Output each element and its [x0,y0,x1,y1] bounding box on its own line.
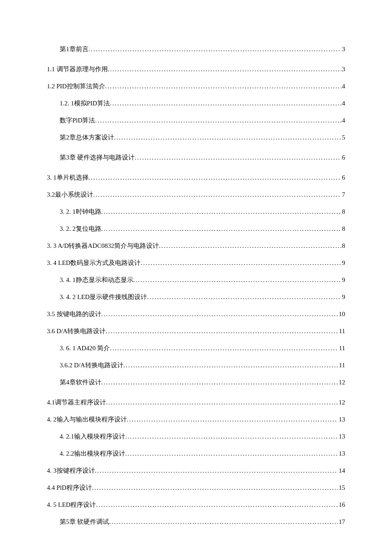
toc-entry-page: 6 [341,174,346,181]
toc-entry-page: 8 [341,225,346,232]
toc-entry-page: 12 [338,379,345,386]
toc-entry-page: 6 [341,154,346,161]
toc-leader-dots [133,276,341,284]
toc-entry-page: 13 [338,450,345,457]
toc-leader-dots [101,208,341,215]
toc-entry-label: 第4章软件设计 [60,378,101,386]
toc-entry: 4.4 PlD程序设计15 [47,484,345,492]
toc-entry-label: 4. 2.1输入模块程序设计 [60,433,125,441]
toc-leader-dots [93,191,341,198]
toc-entry: 1.1 调节器原理与作用 3 [47,65,345,73]
toc-entry: 3. 2. 1时钟电路 8 [47,208,345,216]
toc-leader-dots [109,518,338,526]
toc-entry: 第1章前言3 [47,45,345,53]
toc-leader-dots [101,379,338,386]
toc-leader-dots [125,450,338,457]
toc-entry-label: 4.1调节器主程序设计 [47,398,106,407]
toc-entry-page: 3 [341,46,346,53]
toc-leader-dots [92,484,338,491]
toc-entry: 3.5 按键电路的设计10 [47,310,345,318]
toc-entry-page: 17 [338,518,345,526]
toc-entry: 3. 2. 2复位电路 8 [47,225,345,233]
toc-leader-dots [110,100,341,107]
toc-entry-page: 4 [341,83,346,90]
toc-leader-dots [96,501,338,509]
toc-entry-page: 9 [341,276,346,284]
toc-entry-label: 3. 2. 2复位电路 [60,225,101,233]
toc-entry: 1.2 PID控制算法简介4 [47,82,345,90]
toc-entry-label: 1.2 PID控制算法简介 [47,82,105,90]
toc-leader-dots [147,293,341,301]
toc-entry-page: 7 [341,191,346,198]
toc-leader-dots [106,399,338,406]
toc-leader-dots [159,242,341,250]
toc-entry-label: 1.1 调节器原理与作用 [47,65,108,73]
toc-entry-label: 第3章 硬件选择与电路设计 [60,154,135,162]
toc-entry: 第4章软件设计 12 [47,378,345,386]
toc-entry-page: 9 [341,293,346,301]
toc-leader-dots [125,433,338,440]
toc-leader-dots [141,259,341,267]
toc-leader-dots [124,362,338,369]
toc-entry-page: 5 [341,134,346,141]
toc-entry-page: 10 [338,311,345,318]
toc-entry-page: 13 [338,416,345,423]
toc-leader-dots [101,225,341,232]
toc-entry-label: 3.6.2 D/A转换电路设计 [60,361,124,369]
toc-leader-dots [110,345,338,352]
toc-entry-label: 3. 4. 1静态显示和动态显示 [60,276,133,284]
toc-entry: 3. 4. 1静态显示和动态显示 9 [47,276,345,284]
toc-entry: 1.2. 1模拟PID算法 4 [47,99,345,108]
toc-entry-label: 3. 4 LED数码显示方式及电路设计 [47,259,141,267]
toc-entry-label: 3.2最小系统设计 [47,191,93,199]
toc-entry-label: 第5章 软硬件调试 [60,518,109,526]
toc-entry-label: 4. 3按键程序设计 [47,467,95,475]
toc-entry: 3.6.2 D/A转换电路设计11 [47,361,345,369]
toc-entry-label: 3. 1单片机选择 [47,174,89,182]
toc-entry-page: 16 [338,501,345,509]
toc-entry-page: 13 [338,433,345,440]
toc-entry-label: 4. 5 LED程序设计 [47,501,96,509]
toc-entry-page: 4 [341,100,346,107]
toc-leader-dots [106,328,338,335]
toc-entry-label: 3. 2. 1时钟电路 [60,208,101,216]
toc-entry-page: 14 [338,467,345,474]
toc-leader-dots [127,416,338,423]
toc-entry-page: 11 [338,345,345,352]
toc-entry-label: 1.2. 1模拟PID算法 [60,99,110,108]
toc-leader-dots [89,174,341,181]
toc-entry: 3. 4 LED数码显示方式及电路设计 9 [47,259,345,267]
toc-entry-label: 3. 3 A/D转换器ADC0832简介与电路设计 [47,242,159,250]
toc-entry-label: 数字PlD算法 [60,116,95,125]
toc-entry-label: 第2章总体方案设计 [60,134,114,142]
toc-entry: 3. 3 A/D转换器ADC0832简介与电路设计 8 [47,242,345,250]
toc-entry: 4. 2.2输出模块程序设计 13 [47,450,345,458]
toc-entry: 4. 5 LED程序设计16 [47,501,345,509]
toc-entry-page: 11 [338,362,345,369]
toc-entry-page: 11 [338,328,345,335]
toc-entry-page: 3 [341,66,346,73]
toc-leader-dots [114,134,341,141]
toc-entry: 4. 3按键程序设计 14 [47,467,345,475]
toc-entry: 4. 2输入与输出模块程序设计 13 [47,416,345,424]
toc-entry: 第2章总体方案设计5 [47,134,345,142]
toc-leader-dots [108,66,341,73]
toc-entry-page: 9 [341,259,346,267]
toc-leader-dots [95,117,341,124]
toc-entry-page: 8 [341,242,346,250]
toc-entry: 第5章 软硬件调试 17 [47,518,345,526]
toc-entry-page: 15 [338,484,345,491]
toc-entry-label: 3. 6. 1 AD420 简介 [60,344,110,352]
toc-entry: 数字PlD算法 4 [47,116,345,125]
toc-entry: 4. 2.1输入模块程序设计 13 [47,433,345,441]
toc-entry: 3.2最小系统设计 7 [47,191,345,199]
toc-entry-label: 4.4 PlD程序设计 [47,484,92,492]
table-of-contents: 第1章前言31.1 调节器原理与作用 31.2 PID控制算法简介41.2. 1… [47,45,345,526]
toc-entry-label: 第1章前言 [60,45,89,53]
toc-entry-page: 4 [341,117,346,124]
toc-entry-label: 4. 2输入与输出模块程序设计 [47,416,127,424]
toc-entry: 3. 6. 1 AD420 简介 11 [47,344,345,352]
toc-leader-dots [95,467,338,474]
toc-entry-label: 3.6 D/A转换电路设计 [47,327,106,335]
toc-entry-page: 12 [338,399,345,406]
